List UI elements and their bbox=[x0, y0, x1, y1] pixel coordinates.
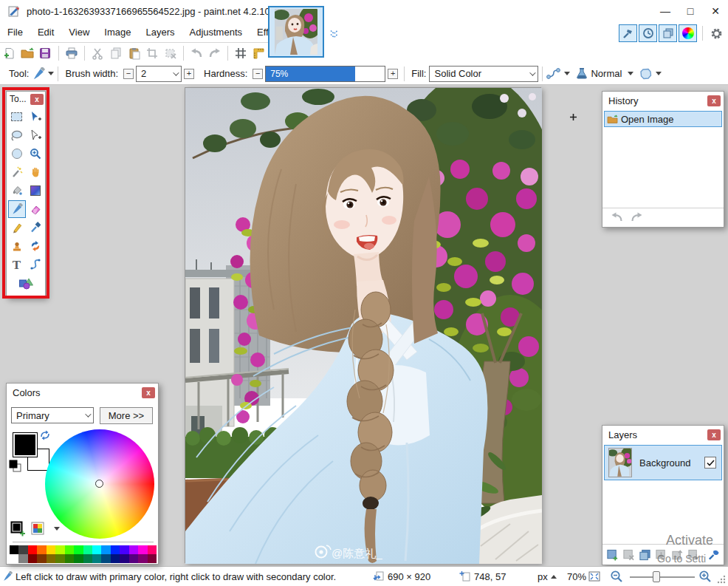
palette-swatch[interactable] bbox=[120, 545, 128, 554]
palette-swatch[interactable] bbox=[65, 545, 74, 554]
palette-swatch[interactable] bbox=[129, 545, 138, 554]
history-window-toggle[interactable] bbox=[639, 24, 657, 42]
fill-combo[interactable]: Solid Color bbox=[429, 66, 538, 82]
redo-button[interactable] bbox=[205, 44, 224, 62]
palette-swatch[interactable] bbox=[28, 545, 37, 554]
add-color-button[interactable] bbox=[10, 521, 26, 536]
tools-panel-close[interactable]: x bbox=[30, 94, 44, 105]
brush-width-decrease[interactable]: − bbox=[123, 69, 134, 79]
menu-file[interactable]: File bbox=[0, 23, 30, 41]
palette-swatch[interactable] bbox=[92, 545, 101, 554]
grid-button[interactable] bbox=[232, 44, 250, 62]
palette-swatch[interactable] bbox=[18, 554, 27, 563]
menu-edit[interactable]: Edit bbox=[30, 23, 61, 41]
open-file-button[interactable] bbox=[18, 44, 37, 62]
menu-layers[interactable]: Layers bbox=[138, 23, 182, 41]
palette-swatch[interactable] bbox=[148, 545, 157, 554]
palette-swatch[interactable] bbox=[83, 545, 92, 554]
menu-image[interactable]: Image bbox=[97, 23, 138, 41]
palette-swatch[interactable] bbox=[129, 554, 138, 563]
delete-layer-button[interactable] bbox=[622, 548, 635, 562]
tool-pencil[interactable] bbox=[8, 219, 26, 236]
primary-color-swatch[interactable] bbox=[13, 432, 38, 457]
palette-swatch[interactable] bbox=[148, 554, 157, 563]
current-tool-button[interactable] bbox=[32, 67, 54, 81]
print-button[interactable] bbox=[63, 44, 81, 62]
palette-swatch[interactable] bbox=[10, 545, 18, 554]
tool-paintbrush[interactable] bbox=[8, 200, 26, 218]
layer-visibility-checkbox[interactable] bbox=[704, 457, 716, 469]
move-layer-up-button[interactable] bbox=[671, 548, 684, 562]
palette-menu-button[interactable] bbox=[31, 522, 46, 536]
move-layer-down-button[interactable] bbox=[687, 548, 700, 562]
save-button[interactable] bbox=[36, 44, 55, 62]
zoom-to-window-button[interactable] bbox=[588, 567, 601, 586]
close-button[interactable]: ✕ bbox=[703, 0, 728, 22]
layer-properties-button[interactable] bbox=[707, 548, 720, 562]
palette-swatch[interactable] bbox=[120, 554, 128, 563]
colors-window-toggle[interactable] bbox=[679, 24, 697, 42]
palette-swatch[interactable] bbox=[83, 554, 92, 563]
image-tab[interactable] bbox=[268, 6, 324, 58]
palette-swatch[interactable] bbox=[28, 554, 37, 563]
palette-swatch[interactable] bbox=[101, 554, 110, 563]
minimize-button[interactable]: — bbox=[653, 0, 678, 22]
color-wheel[interactable] bbox=[45, 429, 154, 539]
layers-panel-close[interactable]: x bbox=[707, 429, 721, 440]
palette-swatch[interactable] bbox=[47, 545, 55, 554]
palette-swatch[interactable] bbox=[55, 545, 64, 554]
zoom-in-button[interactable] bbox=[698, 567, 712, 586]
tool-move-selection[interactable] bbox=[27, 108, 44, 126]
merge-layer-down-button[interactable] bbox=[655, 548, 667, 562]
cut-button[interactable] bbox=[89, 44, 107, 62]
palette-swatch[interactable] bbox=[92, 554, 101, 563]
tool-zoom[interactable] bbox=[27, 145, 44, 163]
redo-icon[interactable] bbox=[630, 212, 644, 223]
ruler-button[interactable] bbox=[250, 44, 269, 62]
blend-mode-button[interactable]: Normal bbox=[576, 67, 633, 80]
history-item-open-image[interactable]: Open Image bbox=[604, 111, 722, 127]
tool-color-picker[interactable] bbox=[27, 219, 44, 236]
undo-icon[interactable] bbox=[610, 212, 624, 223]
tool-gradient[interactable] bbox=[27, 182, 44, 200]
add-layer-button[interactable] bbox=[606, 548, 619, 562]
palette-swatch[interactable] bbox=[138, 554, 147, 563]
palette-swatch[interactable] bbox=[74, 545, 83, 554]
copy-button[interactable] bbox=[107, 44, 126, 62]
tools-window-toggle[interactable] bbox=[619, 24, 637, 42]
tool-clone-stamp[interactable] bbox=[8, 237, 26, 255]
hardness-increase[interactable]: + bbox=[388, 69, 398, 79]
tool-shapes[interactable] bbox=[17, 274, 35, 292]
tool-lasso-select[interactable] bbox=[8, 126, 26, 144]
palette-swatch[interactable] bbox=[37, 545, 46, 554]
swap-colors-icon[interactable] bbox=[39, 429, 51, 441]
palette-swatch[interactable] bbox=[65, 554, 74, 563]
brush-width-increase[interactable]: + bbox=[184, 69, 194, 79]
zoom-slider-thumb[interactable] bbox=[653, 571, 660, 582]
menu-adjustments[interactable]: Adjustments bbox=[182, 23, 250, 41]
settings-button[interactable] bbox=[708, 25, 724, 41]
tool-ellipse-select[interactable] bbox=[8, 145, 26, 163]
tool-rectangle-select[interactable] bbox=[8, 108, 26, 126]
paste-button[interactable] bbox=[125, 44, 143, 62]
brush-width-combo[interactable]: 2 bbox=[136, 66, 182, 82]
tool-recolor[interactable] bbox=[27, 237, 44, 255]
new-file-button[interactable] bbox=[0, 44, 18, 62]
palette-swatch[interactable] bbox=[55, 554, 64, 563]
maximize-button[interactable]: □ bbox=[678, 0, 703, 22]
palette-swatch[interactable] bbox=[10, 554, 18, 563]
zoom-slider-track[interactable] bbox=[630, 576, 695, 578]
duplicate-layer-button[interactable] bbox=[639, 548, 651, 562]
hardness-decrease[interactable]: − bbox=[253, 69, 263, 79]
units-dropdown[interactable]: px bbox=[538, 567, 557, 586]
resize-grip[interactable] bbox=[717, 575, 726, 584]
tool-magic-wand[interactable] bbox=[8, 163, 26, 181]
zoom-out-button[interactable] bbox=[610, 567, 623, 586]
crop-button[interactable] bbox=[143, 44, 162, 62]
palette-swatch[interactable] bbox=[138, 545, 147, 554]
selection-mode-button[interactable] bbox=[639, 67, 662, 81]
color-wheel-selector[interactable] bbox=[95, 480, 103, 488]
palette-swatch[interactable] bbox=[101, 545, 110, 554]
menu-view[interactable]: View bbox=[61, 23, 97, 41]
palette-swatch[interactable] bbox=[37, 554, 46, 563]
